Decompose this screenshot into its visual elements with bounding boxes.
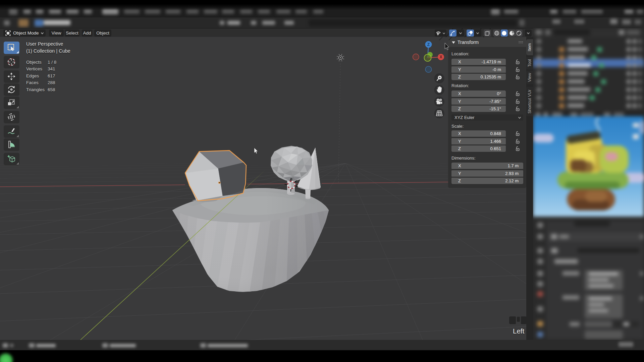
svg-text:X: X [439,55,442,59]
svg-text:Z: Z [427,42,430,47]
